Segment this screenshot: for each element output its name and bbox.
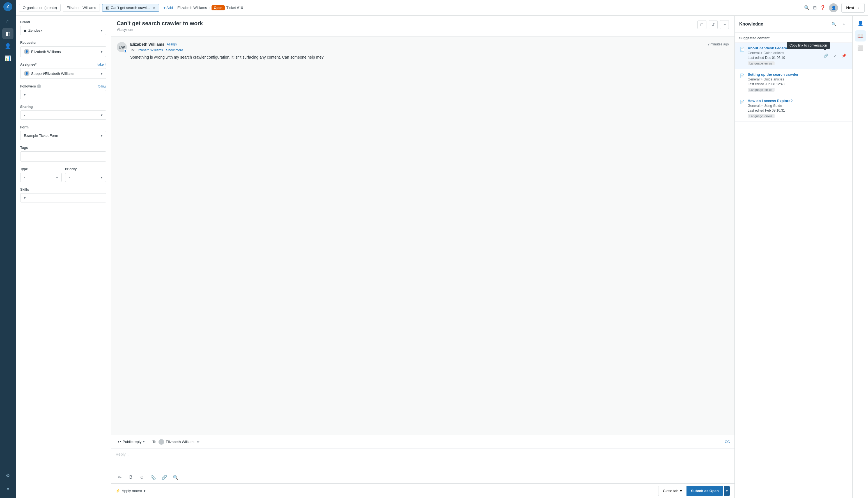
article-icon-2: 📄 (739, 73, 745, 79)
attachment-icon[interactable]: 📎 (149, 473, 157, 481)
article-title-2: Setting up the search crawler (748, 73, 848, 77)
followers-chevron-icon: ▾ (24, 93, 26, 97)
tab-ticket[interactable]: ◧ Can't get search crawl... ✕ (102, 4, 159, 12)
top-bar: Organization (create) Elizabeth Williams… (16, 0, 868, 16)
reply-toolbar: ↩ Public reply ▾ To Elizabeth Williams ✏ (111, 435, 735, 449)
form-label: Form (20, 125, 106, 129)
bold-icon[interactable]: B (127, 473, 135, 481)
take-it-link[interactable]: take it (98, 63, 106, 66)
article-actions-1: 🔗 Copy link to conversation ↗ 📌 (822, 46, 848, 65)
user-avatar[interactable]: 👤 (829, 3, 838, 12)
next-arrow-icon: → (856, 5, 860, 10)
ticket-tab-title: Can't get search crawl... (111, 5, 150, 10)
help-icon[interactable]: ❓ (820, 5, 826, 10)
priority-select[interactable]: - ▾ (65, 173, 107, 182)
knowledge-article-2[interactable]: 📄 Setting up the search crawler General … (735, 69, 852, 95)
more-options-icon[interactable]: ⋯ (720, 20, 729, 29)
priority-chevron-icon: ▾ (101, 175, 103, 180)
open-badge: Open (211, 5, 225, 10)
reply-to-area: To Elizabeth Williams ✏ (152, 439, 200, 445)
apps-grid-icon[interactable]: ⊞ (813, 5, 817, 10)
knowledge-add-icon[interactable]: + (840, 20, 848, 28)
app-logo[interactable]: Z (3, 2, 12, 11)
knowledge-search-icon[interactable]: 🔍 (830, 20, 838, 28)
follow-link[interactable]: follow (98, 84, 106, 88)
sender-avatar: EW 👤 (117, 42, 127, 52)
requester-section: Requester 👤 Elizabeth Williams ▾ (20, 41, 106, 57)
message-to-user[interactable]: Elizabeth Williams (135, 48, 163, 52)
followers-info-icon: i (37, 84, 41, 88)
form-section: Form Example Ticket Form ▾ (20, 125, 106, 140)
sharing-chevron-icon: ▾ (101, 113, 103, 117)
close-tab-button[interactable]: Close tab ▾ (658, 486, 686, 496)
article-title-3: How do I access Explore? (748, 99, 848, 103)
link-icon[interactable]: 🔗 (160, 473, 168, 481)
submit-button[interactable]: Submit as Open (686, 486, 723, 496)
suggested-content-header: Suggested content (735, 33, 852, 43)
sharing-select[interactable]: - ▾ (20, 110, 106, 120)
tab-organization[interactable]: Organization (create) (19, 4, 61, 12)
assignee-chevron-icon: ▾ (101, 71, 103, 76)
users-nav-icon[interactable]: 👤 (2, 40, 13, 52)
article-lang-1: Language en-us (748, 62, 775, 65)
article-icon-1: 📄 (739, 47, 745, 52)
assignee-label: Assignee* (20, 63, 37, 66)
reply-tools: ✏ B ☺ 📎 🔗 🔍 (111, 471, 735, 483)
copy-link-button-1[interactable]: 🔗 Copy link to conversation (822, 52, 830, 60)
cc-button[interactable]: CC (725, 440, 730, 444)
search-icon[interactable]: 🔍 (804, 5, 809, 10)
skills-chevron-icon: ▾ (24, 196, 26, 200)
svg-text:Z: Z (7, 4, 9, 9)
settings-nav-icon[interactable]: ⚙ (2, 470, 13, 481)
admin-nav-icon[interactable]: ✦ (2, 483, 13, 495)
filter-icon[interactable]: ⊟ (697, 20, 707, 29)
bottom-bar: ⚡ Apply macro ▾ Close tab ▾ Submit as Op… (111, 483, 735, 498)
close-tab-chevron-icon: ▾ (680, 489, 682, 493)
right-apps-icon[interactable]: ⬜ (855, 43, 866, 54)
article-edited-1: Last edited Dec 01 06:10 (748, 56, 819, 60)
followers-select[interactable]: ▾ (20, 90, 106, 99)
history-icon[interactable]: ↺ (709, 20, 717, 29)
format-text-icon[interactable]: ✏ (116, 473, 124, 481)
assign-link[interactable]: Assign (167, 42, 177, 46)
right-user-icon[interactable]: 👤 (855, 18, 866, 29)
followers-section: Followers i follow ▾ (20, 84, 106, 99)
requester-select[interactable]: 👤 Elizabeth Williams ▾ (20, 46, 106, 57)
search-tool-icon[interactable]: 🔍 (172, 473, 180, 481)
assignee-select[interactable]: 👤 Support/Elizabeth Williams ▾ (20, 68, 106, 79)
reply-type-button[interactable]: ↩ Public reply ▾ (116, 438, 147, 445)
skills-label: Skills (20, 187, 106, 192)
message-to-line: To: Elizabeth Williams Show more (130, 48, 729, 52)
knowledge-article-1[interactable]: 📄 About Zendesk Federated Search General… (735, 43, 852, 69)
knowledge-article-3[interactable]: 📄 How do I access Explore? General > Usi… (735, 95, 852, 122)
apply-macro-button[interactable]: ⚡ Apply macro ▾ (116, 489, 656, 493)
submit-chevron-icon[interactable]: ▾ (724, 486, 730, 496)
open-article-button-1[interactable]: ↗ (831, 52, 839, 60)
breadcrumb: Elizabeth Williams › Open Ticket #10 (177, 5, 243, 10)
tickets-nav-icon[interactable]: ◧ (2, 28, 13, 39)
tab-close-icon[interactable]: ✕ (153, 6, 155, 10)
tags-input[interactable] (20, 152, 106, 161)
attach-article-button-1[interactable]: 📌 (840, 52, 848, 60)
brand-select[interactable]: ◼ Zendesk ▾ (20, 26, 106, 35)
knowledge-panel-title: Knowledge (739, 22, 763, 27)
brand-icon: ◼ (24, 29, 27, 32)
skills-select[interactable]: ▾ (20, 193, 106, 202)
ticket-sidebar: Brand ◼ Zendesk ▾ Requester 👤 (16, 16, 111, 498)
reply-text-area[interactable]: Reply... (111, 449, 735, 471)
type-select[interactable]: - ▾ (20, 173, 62, 182)
messages-area: EW 👤 Elizabeth Williams Assign 7 minutes… (111, 37, 735, 435)
tab-user[interactable]: Elizabeth Williams (63, 4, 100, 12)
show-more-link[interactable]: Show more (166, 48, 183, 52)
home-nav-icon[interactable]: ⌂ (2, 16, 13, 27)
message-author: Elizabeth Williams (130, 42, 165, 47)
next-button[interactable]: Next → (841, 3, 865, 13)
tab-add-button[interactable]: + Add (161, 4, 175, 11)
avatar-badge: 👤 (124, 49, 127, 53)
emoji-icon[interactable]: ☺ (138, 473, 146, 481)
reports-nav-icon[interactable]: 📊 (2, 53, 13, 64)
edit-to-icon[interactable]: ✏ (197, 440, 200, 444)
form-select[interactable]: Example Ticket Form ▾ (20, 131, 106, 140)
knowledge-panel-header: Knowledge 🔍 + (735, 16, 852, 33)
right-knowledge-icon[interactable]: 📖 (855, 30, 866, 41)
